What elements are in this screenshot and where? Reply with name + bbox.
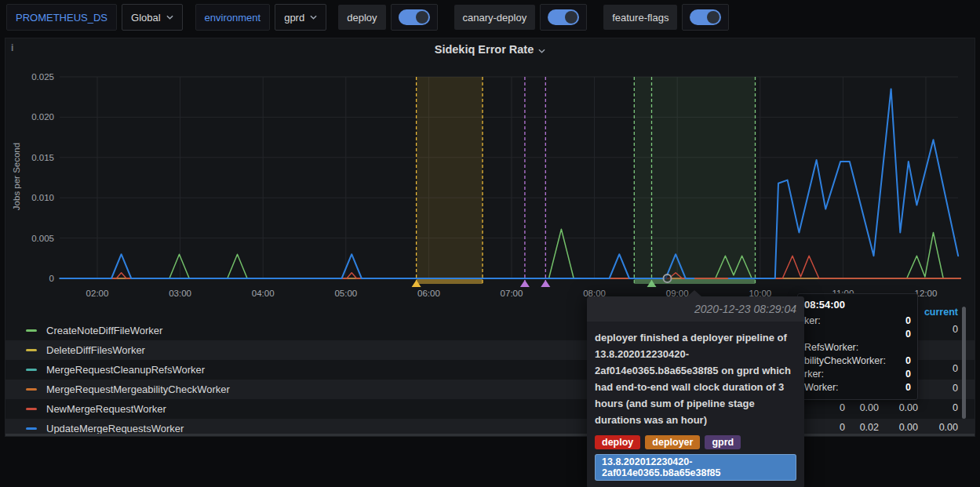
toggle-label-feature-flags: feature-flags [603, 5, 677, 30]
annotation-tag-deploy: deploy [595, 435, 640, 449]
tooltip-arrow-icon [687, 290, 701, 296]
toggle-label-canary-deploy: canary-deploy [454, 5, 536, 30]
graph-hover-tooltip: 08:54:00 ker:00RefsWorker:bilityCheckWor… [797, 293, 918, 400]
hover-series-name: bilityCheckWorker: [804, 354, 886, 368]
panel-title[interactable]: Sidekiq Error Rate [5, 43, 975, 56]
legend-row[interactable]: NewMergeRequestWorker00.000.000 [5, 399, 975, 419]
toggle-switch-deploy[interactable] [391, 4, 438, 31]
series-name[interactable]: MergeRequestCleanupRefsWorker [46, 364, 205, 376]
series-name[interactable]: MergeRequestMergeabilityCheckWorker [46, 383, 230, 395]
annotation-tooltip: 2020-12-23 08:29:04 deployer finished a … [587, 296, 804, 487]
hover-series-name: rker: [804, 368, 824, 381]
hover-tooltip-row: RefsWorker: [804, 341, 911, 354]
hover-tooltip-row: bilityCheckWorker:0 [804, 354, 911, 368]
global-dropdown-value: Global [131, 12, 161, 24]
series-name[interactable]: CreateNoteDiffFileWorker [46, 325, 162, 336]
environment-dropdown-value: gprd [284, 12, 304, 24]
hover-tooltip-time: 08:54:00 [804, 299, 911, 311]
hover-series-name: RefsWorker: [804, 341, 858, 354]
series-color-dash-icon [26, 369, 37, 371]
hover-series-value: 0 [905, 381, 911, 394]
svg-text:03:00: 03:00 [169, 289, 191, 298]
toggle-switch-feature-flags[interactable] [682, 4, 729, 31]
annotation-text: deployer finished a deployer pipeline of… [587, 322, 804, 428]
series-name[interactable]: DeleteDiffFilesWorker [46, 344, 145, 356]
svg-text:04:00: 04:00 [252, 289, 275, 298]
toggle-switch-canary-deploy[interactable] [540, 4, 587, 31]
hover-series-value: 0 [905, 314, 911, 328]
annotation-tag-gprd: gprd [705, 435, 741, 449]
environment-button[interactable]: environment [195, 4, 271, 31]
datasource-label: PROMETHEUS_DS [16, 12, 107, 24]
series-color-dash-icon [26, 349, 37, 351]
legend-horizontal-scrollbar[interactable] [5, 434, 975, 436]
series-name[interactable]: NewMergeRequestWorker [46, 403, 166, 415]
environment-label: environment [205, 12, 261, 24]
hover-series-value: 0 [905, 368, 911, 381]
global-dropdown[interactable]: Global [122, 4, 183, 31]
svg-text:0.015: 0.015 [31, 153, 54, 162]
series-color-dash-icon [26, 388, 37, 391]
toggle-label-deploy: deploy [338, 5, 385, 30]
legend-scrollbar[interactable] [962, 307, 966, 419]
svg-text:07:00: 07:00 [501, 289, 523, 298]
y-axis-title: Jobs per Second [12, 114, 21, 239]
dashboard-toolbar: PROMETHEUS_DS Global environment gprd de… [0, 0, 980, 35]
series-name[interactable]: UpdateMergeRequestsWorker [46, 423, 184, 434]
hover-tooltip-row: Worker:0 [804, 381, 911, 394]
environment-dropdown[interactable]: gprd [275, 4, 326, 31]
legend-stat-value: 0.00 [903, 422, 958, 433]
legend-stat-value: 0 [903, 402, 958, 413]
annotation-tags: deploydeployergprd [595, 435, 796, 449]
chevron-down-icon [310, 15, 317, 20]
chevron-down-icon [538, 49, 545, 53]
chevron-down-icon [166, 15, 173, 20]
toggle-group: deploycanary-deployfeature-flags [338, 4, 745, 31]
hover-series-value: 0 [905, 328, 911, 341]
svg-text:0.025: 0.025 [31, 72, 54, 82]
series-color-dash-icon [26, 408, 37, 410]
annotation-version-tag: 13.8.202012230420-2af014e0365.b8a65e38f8… [595, 454, 796, 481]
svg-text:0: 0 [49, 274, 54, 283]
time-series-chart[interactable]: 00.0050.0100.0150.0200.02502:0003:0004:0… [24, 70, 966, 300]
svg-text:0.020: 0.020 [31, 112, 54, 122]
svg-text:06:00: 06:00 [417, 289, 440, 298]
hover-series-value: 0 [905, 354, 911, 368]
svg-text:05:00: 05:00 [334, 289, 357, 298]
hover-tooltip-row: ker:0 [804, 314, 911, 328]
svg-text:0.005: 0.005 [31, 234, 54, 243]
datasource-button[interactable]: PROMETHEUS_DS [6, 4, 117, 31]
annotation-tag-deployer: deployer [645, 435, 700, 449]
hover-series-name: ker: [804, 314, 821, 328]
series-color-dash-icon [26, 329, 37, 332]
hover-series-name: Worker: [804, 381, 839, 394]
svg-text:02:00: 02:00 [86, 289, 109, 298]
hover-tooltip-row: rker:0 [804, 368, 911, 381]
series-color-dash-icon [26, 427, 37, 430]
hover-tooltip-row: 0 [804, 328, 911, 341]
annotation-timestamp: 2020-12-23 08:29:04 [587, 296, 804, 322]
svg-text:0.010: 0.010 [31, 193, 54, 202]
